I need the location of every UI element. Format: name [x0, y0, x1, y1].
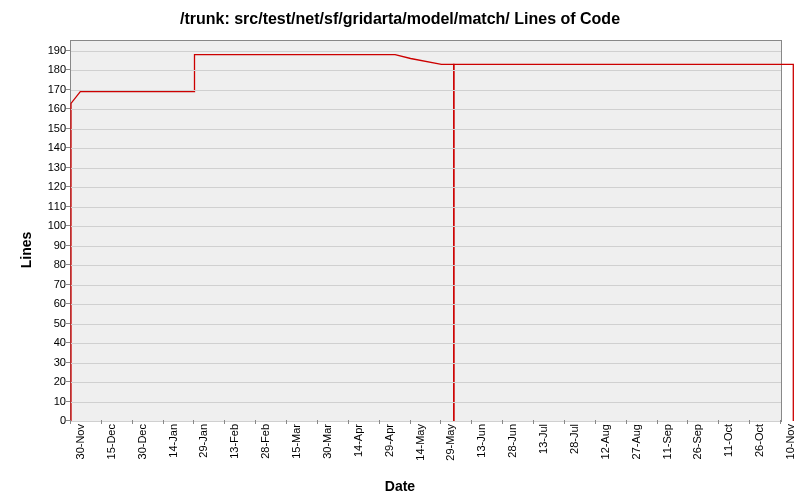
x-tick-label: 29-Apr — [383, 424, 395, 457]
x-tick-mark — [101, 420, 102, 424]
gridline — [71, 421, 781, 422]
plot-area — [70, 40, 782, 422]
x-tick-mark — [255, 420, 256, 424]
x-tick-mark — [749, 420, 750, 424]
gridline — [71, 343, 781, 344]
y-tick-label: 160 — [36, 102, 66, 114]
x-tick-label: 29-Jan — [197, 424, 209, 458]
x-tick-label: 30-Dec — [136, 424, 148, 459]
y-tick-label: 40 — [36, 336, 66, 348]
y-tick-mark — [66, 206, 70, 207]
gridline — [71, 363, 781, 364]
x-tick-label: 30-Nov — [74, 424, 86, 459]
y-tick-mark — [66, 69, 70, 70]
gridline — [71, 207, 781, 208]
y-tick-mark — [66, 89, 70, 90]
x-tick-label: 26-Sep — [691, 424, 703, 459]
x-tick-mark — [193, 420, 194, 424]
y-tick-mark — [66, 264, 70, 265]
x-tick-mark — [780, 420, 781, 424]
x-tick-mark — [379, 420, 380, 424]
y-tick-mark — [66, 147, 70, 148]
gridline — [71, 265, 781, 266]
y-tick-mark — [66, 323, 70, 324]
x-tick-mark — [564, 420, 565, 424]
chart-title: /trunk: src/test/net/sf/gridarta/model/m… — [0, 10, 800, 28]
y-tick-label: 10 — [36, 395, 66, 407]
y-tick-label: 170 — [36, 83, 66, 95]
x-tick-mark — [687, 420, 688, 424]
x-tick-mark — [440, 420, 441, 424]
x-tick-label: 30-Mar — [321, 424, 333, 459]
x-tick-mark — [626, 420, 627, 424]
gridline — [71, 129, 781, 130]
gridline — [71, 285, 781, 286]
y-tick-mark — [66, 401, 70, 402]
y-tick-label: 30 — [36, 356, 66, 368]
y-tick-mark — [66, 225, 70, 226]
x-tick-mark — [286, 420, 287, 424]
y-tick-label: 80 — [36, 258, 66, 270]
x-tick-mark — [471, 420, 472, 424]
x-tick-label: 15-Dec — [105, 424, 117, 459]
x-tick-label: 11-Oct — [722, 424, 734, 457]
y-tick-label: 180 — [36, 63, 66, 75]
x-tick-label: 28-Feb — [259, 424, 271, 459]
data-line — [71, 41, 781, 421]
x-tick-label: 29-May — [444, 424, 456, 461]
x-tick-label: 28-Jun — [506, 424, 518, 458]
y-tick-mark — [66, 303, 70, 304]
gridline — [71, 304, 781, 305]
y-tick-label: 90 — [36, 239, 66, 251]
x-tick-label: 12-Aug — [599, 424, 611, 459]
y-tick-label: 0 — [36, 414, 66, 426]
y-tick-mark — [66, 186, 70, 187]
y-tick-label: 60 — [36, 297, 66, 309]
x-axis-label: Date — [0, 478, 800, 494]
x-tick-mark — [718, 420, 719, 424]
x-tick-mark — [348, 420, 349, 424]
y-tick-label: 110 — [36, 200, 66, 212]
y-tick-label: 150 — [36, 122, 66, 134]
x-tick-label: 14-Apr — [352, 424, 364, 457]
x-tick-label: 14-Jan — [167, 424, 179, 458]
x-tick-mark — [410, 420, 411, 424]
x-tick-label: 11-Sep — [661, 424, 673, 459]
x-tick-label: 10-Nov — [784, 424, 796, 459]
y-tick-label: 50 — [36, 317, 66, 329]
y-tick-mark — [66, 128, 70, 129]
gridline — [71, 246, 781, 247]
x-tick-mark — [70, 420, 71, 424]
y-tick-label: 140 — [36, 141, 66, 153]
x-tick-mark — [595, 420, 596, 424]
gridline — [71, 382, 781, 383]
x-tick-label: 15-Mar — [290, 424, 302, 459]
gridline — [71, 324, 781, 325]
y-axis-label: Lines — [18, 232, 34, 269]
gridline — [71, 226, 781, 227]
x-tick-label: 26-Oct — [753, 424, 765, 457]
gridline — [71, 402, 781, 403]
y-tick-label: 20 — [36, 375, 66, 387]
loc-chart: /trunk: src/test/net/sf/gridarta/model/m… — [0, 0, 800, 500]
x-tick-label: 13-Feb — [228, 424, 240, 459]
y-tick-mark — [66, 284, 70, 285]
gridline — [71, 148, 781, 149]
x-tick-label: 13-Jul — [537, 424, 549, 454]
y-tick-label: 130 — [36, 161, 66, 173]
y-tick-mark — [66, 50, 70, 51]
y-tick-mark — [66, 167, 70, 168]
y-tick-mark — [66, 245, 70, 246]
y-tick-mark — [66, 342, 70, 343]
gridline — [71, 70, 781, 71]
y-tick-mark — [66, 381, 70, 382]
x-tick-label: 14-May — [414, 424, 426, 461]
y-tick-mark — [66, 362, 70, 363]
gridline — [71, 109, 781, 110]
y-tick-label: 120 — [36, 180, 66, 192]
x-tick-mark — [224, 420, 225, 424]
x-tick-mark — [132, 420, 133, 424]
gridline — [71, 168, 781, 169]
x-tick-mark — [657, 420, 658, 424]
x-tick-mark — [163, 420, 164, 424]
